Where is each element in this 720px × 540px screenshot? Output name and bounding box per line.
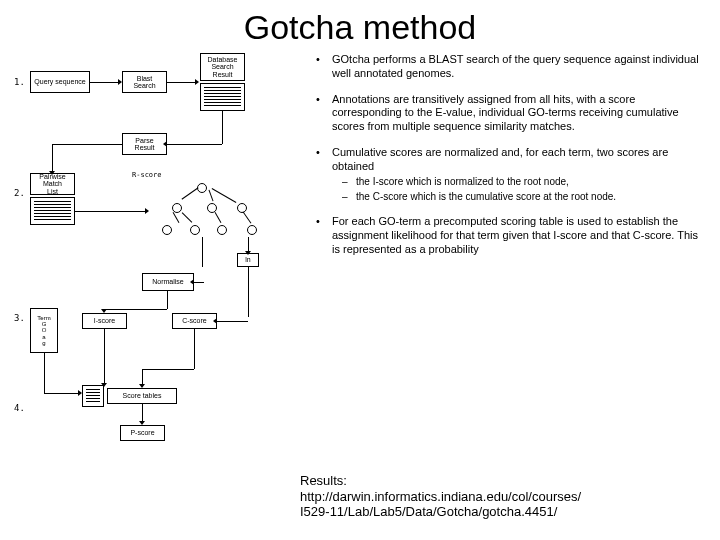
step-4: 4. [14,403,25,413]
bullet-3-sub-2: the C-score which is the cumulative scor… [332,191,708,204]
footer-url-2: I529-11/Lab/Lab5/Data/Gotcha/gotcha.4451… [300,504,557,519]
hatch-result [200,83,245,111]
box-term-go: Term G O a g [30,308,58,353]
footer-label: Results: [300,473,347,488]
box-cscore: C-score [172,313,217,329]
box-ln: ln [237,253,259,267]
box-normalise: Normalise [142,273,194,291]
bullet-list: GOtcha performs a BLAST search of the qu… [310,53,708,453]
footer: Results: http://darwin.informatics.india… [300,473,581,520]
footer-url-1: http://darwin.informatics.indiana.edu/co… [300,489,581,504]
step-1: 1. [14,77,25,87]
content-row: 1. 2. 3. 4. Query sequence Blast Search … [0,47,720,453]
box-iscore: I-score [82,313,127,329]
bullet-2: Annotations are transitively assigned fr… [310,93,708,134]
flow-diagram: 1. 2. 3. 4. Query sequence Blast Search … [12,53,302,453]
slide-title: Gotcha method [0,0,720,47]
step-3: 3. [14,313,25,323]
step-2: 2. [14,188,25,198]
lbl-rscore: R-score [132,171,162,179]
bullet-4: For each GO-term a precomputed scoring t… [310,215,708,256]
box-dbsearch: Database Search Result [200,53,245,81]
bullet-1: GOtcha performs a BLAST search of the qu… [310,53,708,81]
box-query: Query sequence [30,71,90,93]
box-pscore: P-score [120,425,165,441]
box-parse: Parse Result [122,133,167,155]
box-scoretables: Score tables [107,388,177,404]
bullet-3: Cumulative scores are normalized and, fo… [310,146,708,204]
box-blast: Blast Search [122,71,167,93]
bullet-3-sub-1: the I-score which is normalized to the r… [332,176,708,189]
hatch-pairwise [30,197,75,225]
box-pairwise: Pairwise Match List [30,173,75,195]
hatch-table-left [82,385,104,407]
